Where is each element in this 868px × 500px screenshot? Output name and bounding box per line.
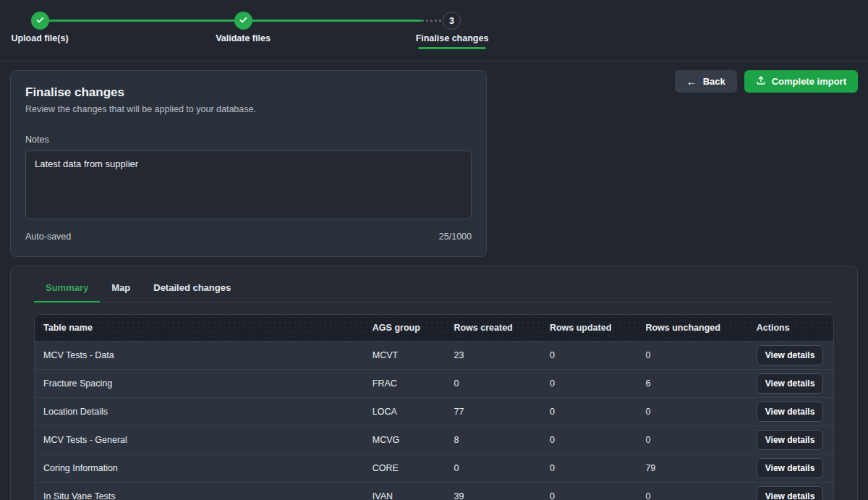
cell-rows-updated: 0 bbox=[541, 378, 637, 389]
cell-rows-updated: 0 bbox=[541, 463, 637, 473]
upload-icon bbox=[756, 75, 766, 88]
table-row: In Situ Vane Tests IVAN 39 0 0 View deta… bbox=[35, 482, 833, 500]
cell-ags-group: MCVG bbox=[364, 435, 446, 445]
cell-table-name: MCV Tests - Data bbox=[35, 350, 364, 360]
complete-import-label: Complete import bbox=[772, 76, 846, 87]
summary-table: Table name AGS group Rows created Rows u… bbox=[34, 314, 834, 500]
cell-rows-updated: 0 bbox=[541, 350, 637, 360]
active-step-underline bbox=[418, 47, 486, 49]
view-details-button[interactable]: View details bbox=[757, 402, 823, 422]
cell-rows-created: 39 bbox=[445, 491, 540, 500]
stepper-step-3-indicator[interactable]: 3 bbox=[443, 12, 461, 30]
cell-actions: View details bbox=[748, 486, 833, 500]
cell-table-name: Fracture Spacing bbox=[35, 378, 364, 389]
summary-panel: Summary Map Detailed changes Table name … bbox=[10, 266, 858, 500]
header-table-name: Table name bbox=[35, 323, 364, 333]
card-title: Finalise changes bbox=[25, 85, 472, 100]
view-details-button[interactable]: View details bbox=[757, 373, 823, 394]
view-details-button[interactable]: View details bbox=[757, 430, 823, 450]
cell-rows-updated: 0 bbox=[541, 407, 637, 417]
view-details-button[interactable]: View details bbox=[757, 458, 823, 478]
cell-rows-created: 77 bbox=[445, 407, 540, 417]
stepper-step-2-label[interactable]: Validate files bbox=[192, 33, 294, 43]
cell-ags-group: LOCA bbox=[364, 407, 446, 417]
cell-table-name: Location Details bbox=[35, 407, 364, 417]
cell-rows-unchanged: 79 bbox=[637, 463, 747, 473]
header-rows-updated: Rows updated bbox=[541, 323, 637, 333]
complete-import-button[interactable]: Complete import bbox=[744, 70, 858, 93]
cell-rows-created: 23 bbox=[445, 350, 540, 360]
cell-actions: View details bbox=[748, 345, 833, 365]
cell-rows-unchanged: 6 bbox=[637, 378, 747, 389]
table-row: Location Details LOCA 77 0 0 View detail… bbox=[35, 397, 833, 425]
autosave-status: Auto-saved bbox=[25, 232, 71, 242]
cell-rows-unchanged: 0 bbox=[637, 350, 747, 360]
char-counter: 25/1000 bbox=[439, 232, 472, 242]
header-rows-unchanged: Rows unchanged bbox=[637, 323, 747, 333]
cell-ags-group: IVAN bbox=[364, 491, 446, 500]
stepper-step-2-indicator[interactable] bbox=[234, 12, 252, 30]
cell-ags-group: FRAC bbox=[364, 378, 446, 389]
table-body: MCV Tests - Data MCVT 23 0 0 View detail… bbox=[35, 341, 833, 500]
stepper-pending-line bbox=[422, 20, 443, 22]
import-progress-bar: 3 Upload file(s) Validate files Finalise… bbox=[0, 0, 868, 62]
stepper-step-3-label[interactable]: Finalise changes bbox=[401, 33, 503, 43]
cell-actions: View details bbox=[748, 373, 833, 394]
tab-bar: Summary Map Detailed changes bbox=[34, 274, 834, 302]
view-details-button[interactable]: View details bbox=[757, 486, 823, 500]
cell-rows-created: 0 bbox=[445, 463, 540, 473]
cell-rows-updated: 0 bbox=[541, 435, 637, 445]
cell-rows-unchanged: 0 bbox=[637, 407, 747, 417]
cell-table-name: In Situ Vane Tests bbox=[35, 491, 364, 500]
tab-map[interactable]: Map bbox=[100, 274, 142, 302]
tab-summary[interactable]: Summary bbox=[34, 274, 100, 302]
header-ags-group: AGS group bbox=[364, 323, 446, 333]
cell-actions: View details bbox=[748, 402, 833, 422]
cell-table-name: MCV Tests - General bbox=[35, 435, 364, 445]
stepper-progress-line bbox=[40, 20, 422, 22]
header-actions: Actions bbox=[748, 323, 833, 333]
back-button[interactable]: ← Back bbox=[675, 70, 737, 93]
view-details-button[interactable]: View details bbox=[757, 345, 823, 365]
table-header-row: Table name AGS group Rows created Rows u… bbox=[35, 315, 833, 341]
table-row: MCV Tests - Data MCVT 23 0 0 View detail… bbox=[35, 341, 833, 369]
cell-rows-updated: 0 bbox=[541, 491, 637, 500]
finalise-changes-card: Finalise changes Review the changes that… bbox=[10, 70, 487, 257]
step-number: 3 bbox=[449, 16, 454, 26]
arrow-left-icon: ← bbox=[686, 76, 697, 87]
cell-actions: View details bbox=[748, 458, 833, 478]
check-icon bbox=[239, 15, 248, 27]
tab-detailed-changes[interactable]: Detailed changes bbox=[142, 274, 242, 302]
cell-actions: View details bbox=[748, 430, 833, 450]
table-row: Fracture Spacing FRAC 0 0 6 View details bbox=[35, 369, 833, 397]
table-row: Coring Information CORE 0 0 79 View deta… bbox=[35, 454, 833, 482]
main-content: Finalise changes Review the changes that… bbox=[0, 62, 868, 500]
cell-table-name: Coring Information bbox=[35, 463, 364, 473]
table-row: MCV Tests - General MCVG 8 0 0 View deta… bbox=[35, 425, 833, 454]
cell-ags-group: MCVT bbox=[364, 350, 446, 360]
stepper-step-1-indicator[interactable] bbox=[31, 12, 49, 30]
cell-rows-unchanged: 0 bbox=[637, 491, 747, 500]
cell-rows-created: 0 bbox=[445, 378, 540, 389]
notes-textarea[interactable]: Latest data from supplier bbox=[25, 151, 472, 219]
wizard-actions: ← Back Complete import bbox=[675, 70, 858, 93]
import-stepper: 3 Upload file(s) Validate files Finalise… bbox=[0, 0, 506, 61]
cell-rows-created: 8 bbox=[445, 435, 540, 445]
check-icon bbox=[35, 15, 45, 27]
notes-label: Notes bbox=[25, 135, 472, 145]
back-button-label: Back bbox=[703, 76, 726, 87]
header-rows-created: Rows created bbox=[445, 323, 540, 333]
cell-rows-unchanged: 0 bbox=[637, 435, 747, 445]
card-subtitle: Review the changes that will be applied … bbox=[25, 104, 472, 114]
stepper-step-1-label[interactable]: Upload file(s) bbox=[0, 33, 90, 43]
cell-ags-group: CORE bbox=[364, 463, 446, 473]
